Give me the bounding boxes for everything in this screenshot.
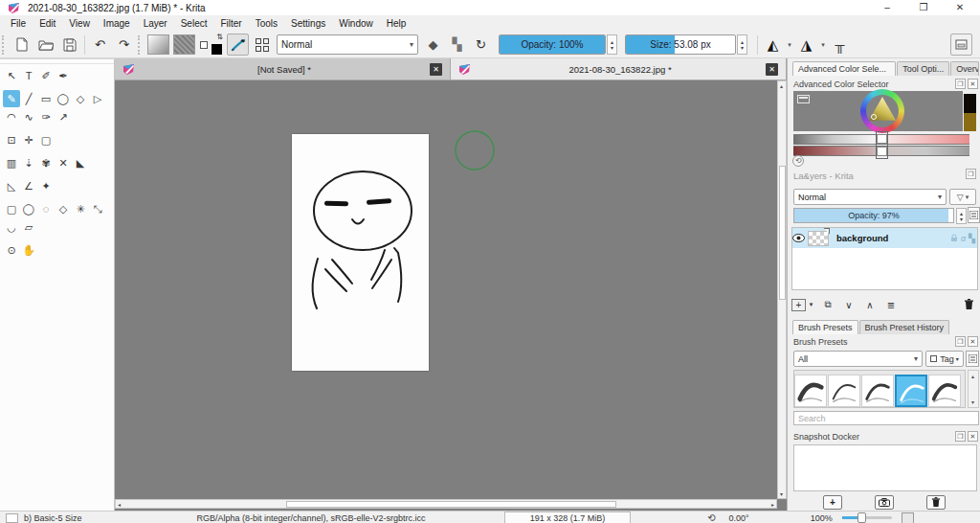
horizontal-scrollbar-thumb[interactable] bbox=[286, 501, 616, 508]
size-spinner[interactable]: ▴ ▾ bbox=[737, 34, 747, 55]
tab-brush-preset-history[interactable]: Brush Preset History bbox=[859, 320, 950, 334]
switch-to-snapshot-button[interactable] bbox=[875, 495, 894, 510]
choose-workspace-button[interactable] bbox=[950, 34, 972, 56]
menu-item-filter[interactable]: Filter bbox=[213, 16, 248, 31]
swap-colors-icon[interactable]: ⇅ bbox=[216, 33, 223, 41]
vertical-scrollbar-thumb[interactable] bbox=[779, 166, 786, 300]
minimize-button[interactable]: – bbox=[869, 0, 905, 14]
tab-advanced-color-selector[interactable]: Advanced Color Sele... bbox=[792, 61, 896, 76]
last-color-swatch[interactable] bbox=[964, 94, 976, 113]
mirror-vertical-button[interactable]: ◮ bbox=[795, 34, 817, 56]
scroll-down-icon[interactable]: ▾ bbox=[971, 398, 974, 405]
preset-search-input[interactable] bbox=[793, 411, 979, 425]
layer-row-background[interactable]: background α ▚ bbox=[792, 228, 977, 248]
layer-visibility-icon[interactable] bbox=[792, 234, 808, 242]
blending-mode-dropdown[interactable]: Normal ▾ bbox=[277, 34, 418, 55]
tool-transform[interactable]: ⊡ bbox=[3, 131, 20, 148]
layer-opacity-slider[interactable]: Opacity: 97% bbox=[793, 208, 954, 223]
tool-fill[interactable]: ◣ bbox=[72, 154, 89, 171]
menu-item-image[interactable]: Image bbox=[97, 16, 137, 31]
tab-brush-presets[interactable]: Brush Presets bbox=[792, 320, 858, 334]
tool-move[interactable]: ✛ bbox=[20, 131, 37, 148]
update-color-icon[interactable]: ⟲ bbox=[792, 155, 804, 167]
selector-settings-icon[interactable] bbox=[797, 95, 810, 103]
mirror-vertical-options-icon[interactable]: ▾ bbox=[818, 34, 828, 55]
add-layer-button[interactable]: + bbox=[791, 299, 806, 311]
open-document-button[interactable] bbox=[34, 34, 56, 56]
document-tab-active[interactable]: 2021-08-30_163822.jpg * ✕ bbox=[451, 58, 787, 80]
tool-poly-select[interactable]: ◇ bbox=[55, 200, 72, 217]
tool-assistants[interactable]: ◺ bbox=[3, 177, 20, 194]
tab-close-icon[interactable]: ✕ bbox=[430, 63, 442, 76]
scroll-down-icon[interactable]: ▾ bbox=[780, 490, 783, 497]
float-docker-icon[interactable]: ❐ bbox=[955, 336, 966, 347]
undo-button[interactable]: ↶ bbox=[89, 34, 111, 56]
menu-item-file[interactable]: File bbox=[4, 16, 33, 31]
tool-crop[interactable]: ▢ bbox=[37, 131, 55, 148]
layer-blending-mode-dropdown[interactable]: Normal ▾ bbox=[793, 189, 947, 205]
tool-dynamic-brush[interactable]: ✑ bbox=[37, 108, 55, 125]
tool-freehand-select[interactable]: ◌ bbox=[37, 200, 55, 217]
opacity-spinner[interactable]: ▴ ▾ bbox=[607, 34, 617, 55]
tab-tool-options[interactable]: Tool Opti... bbox=[897, 61, 949, 76]
create-snapshot-button[interactable]: + bbox=[823, 495, 842, 510]
restore-button[interactable]: ❐ bbox=[905, 0, 942, 14]
eraser-mode-button[interactable]: ◆ bbox=[422, 34, 444, 56]
float-docker-icon[interactable]: ❐ bbox=[955, 431, 966, 442]
menu-item-tools[interactable]: Tools bbox=[249, 16, 284, 31]
tool-calligraphy[interactable]: ✒ bbox=[55, 67, 72, 84]
menu-item-edit[interactable]: Edit bbox=[33, 16, 62, 31]
close-docker-icon[interactable]: ✕ bbox=[968, 431, 978, 442]
tool-text[interactable]: T bbox=[20, 67, 37, 84]
opacity-slider[interactable]: Opacity: 100% bbox=[499, 34, 606, 55]
menu-item-view[interactable]: View bbox=[62, 16, 97, 31]
vertical-scrollbar[interactable]: ▴ ▾ bbox=[777, 80, 787, 499]
preserve-alpha-button[interactable]: ▚ bbox=[446, 34, 468, 56]
tool-magnetic-select[interactable]: ◡ bbox=[3, 218, 20, 236]
redo-button[interactable]: ↷ bbox=[113, 34, 135, 56]
gradient-chooser-button[interactable] bbox=[147, 34, 169, 55]
image-canvas[interactable] bbox=[292, 134, 429, 371]
tool-bezier-curve[interactable]: ◠ bbox=[3, 108, 20, 125]
tab-overview[interactable]: Overv... bbox=[950, 61, 979, 76]
reload-preset-button[interactable]: ↻ bbox=[470, 34, 492, 56]
tool-color-sampler[interactable]: ⇣ bbox=[20, 154, 37, 171]
float-docker-icon[interactable]: ❐ bbox=[955, 79, 966, 89]
layer-name[interactable]: background bbox=[836, 233, 947, 243]
close-docker-icon[interactable]: ✕ bbox=[968, 336, 978, 347]
tool-zoom[interactable]: ⊙ bbox=[3, 241, 20, 259]
mirror-horizontal-options-icon[interactable]: ▾ bbox=[785, 34, 794, 55]
brush-preset-pencil[interactable] bbox=[861, 375, 894, 407]
layer-opacity-spinner[interactable]: ▴ ▾ bbox=[956, 208, 967, 224]
zoom-slider[interactable] bbox=[842, 516, 892, 519]
float-docker-icon[interactable]: ❐ bbox=[966, 169, 976, 179]
move-layer-down-button[interactable]: ∨ bbox=[841, 297, 857, 312]
size-slider[interactable]: Size: 53.08 px bbox=[625, 34, 736, 55]
color-selector-widget[interactable] bbox=[793, 91, 963, 131]
tool-polygon[interactable]: ◇ bbox=[72, 90, 89, 107]
tab-title[interactable]: [Not Saved] * bbox=[139, 64, 430, 75]
edit-brush-settings-button[interactable] bbox=[227, 34, 249, 56]
layer-thumbnail[interactable] bbox=[808, 231, 829, 246]
document-tab-unsaved[interactable]: [Not Saved] * ✕ bbox=[115, 58, 451, 80]
spin-down-icon[interactable]: ▾ bbox=[608, 45, 616, 51]
foreground-color-swatch[interactable] bbox=[212, 44, 222, 55]
scroll-up-icon[interactable]: ▴ bbox=[971, 373, 974, 379]
hue-ring[interactable] bbox=[860, 89, 904, 133]
foreground-background-colors[interactable]: ⇅ bbox=[199, 34, 224, 56]
layer-alpha-icon[interactable]: α bbox=[961, 234, 966, 243]
tab-title[interactable]: 2021-08-30_163822.jpg * bbox=[475, 64, 766, 75]
delete-layer-button[interactable] bbox=[961, 297, 976, 312]
menu-item-help[interactable]: Help bbox=[380, 16, 413, 31]
tool-ellipse[interactable]: ◯ bbox=[55, 90, 72, 107]
toolbar-drag-handle[interactable] bbox=[138, 35, 144, 55]
tool-select-shapes[interactable]: ↖ bbox=[3, 67, 20, 84]
tool-rectangle[interactable]: ▭ bbox=[37, 90, 55, 107]
layer-lock-icon[interactable] bbox=[950, 234, 958, 242]
toolbox-drag-handle[interactable] bbox=[0, 59, 114, 64]
spin-down-icon[interactable]: ▾ bbox=[738, 45, 746, 51]
mirror-horizontal-button[interactable]: ◭ bbox=[762, 34, 784, 56]
canvas-viewport[interactable] bbox=[115, 80, 777, 499]
scroll-left-icon[interactable]: ◂ bbox=[118, 501, 121, 508]
tool-pan[interactable]: ✋ bbox=[20, 241, 37, 259]
